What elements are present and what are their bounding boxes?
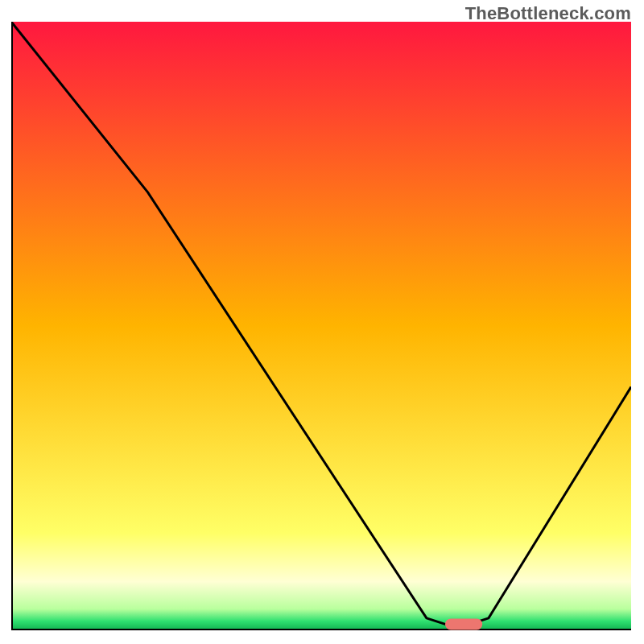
bottleneck-chart <box>11 22 631 630</box>
svg-rect-2 <box>445 618 482 630</box>
chart-frame <box>11 22 631 630</box>
optimal-marker <box>445 618 482 630</box>
